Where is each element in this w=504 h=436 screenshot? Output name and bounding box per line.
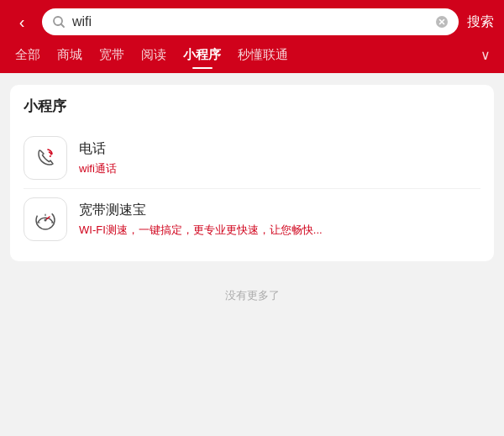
svg-line-1: [61, 24, 65, 28]
tab-all[interactable]: 全部: [7, 44, 49, 66]
search-button[interactable]: 搜索: [467, 13, 494, 31]
item-icon-phone: [24, 136, 67, 180]
item-subtitle-phone: wifi通话: [79, 161, 117, 176]
nav-more-icon[interactable]: ∨: [474, 44, 497, 66]
item-text-phone: 电话 wifi通话: [79, 140, 117, 176]
list-item[interactable]: 宽带测速宝 WI-FI测速，一键搞定，更专业更快速，让您畅快...: [24, 188, 480, 250]
item-title-phone: 电话: [79, 140, 117, 158]
tab-reading[interactable]: 阅读: [133, 44, 175, 66]
back-button[interactable]: ‹: [10, 10, 34, 34]
content-area: 小程序 电话 wifi通话: [0, 73, 504, 322]
section-card: 小程序 电话 wifi通话: [10, 85, 494, 261]
header: ‹ 搜索: [0, 0, 504, 44]
tab-miniprogram[interactable]: 小程序: [175, 44, 229, 66]
section-title: 小程序: [24, 97, 480, 116]
clear-icon[interactable]: [435, 15, 449, 29]
no-more-text: 没有更多了: [10, 273, 494, 310]
nav-tabs: 全部 商城 宽带 阅读 小程序 秒懂联通 ∨: [0, 44, 504, 73]
item-subtitle-speedtest: WI-FI测速，一键搞定，更专业更快速，让您畅快...: [79, 223, 323, 238]
search-bar: [42, 8, 459, 35]
tab-mall[interactable]: 商城: [49, 44, 91, 66]
svg-point-5: [50, 155, 51, 157]
search-input[interactable]: [72, 14, 428, 29]
item-title-speedtest: 宽带测速宝: [79, 202, 323, 219]
tab-broadband[interactable]: 宽带: [91, 44, 133, 66]
item-text-speedtest: 宽带测速宝 WI-FI测速，一键搞定，更专业更快速，让您畅快...: [79, 202, 323, 238]
list-item[interactable]: 电话 wifi通话: [24, 128, 480, 188]
item-icon-speedtest: [24, 197, 67, 241]
search-icon: [52, 15, 66, 29]
tab-understand[interactable]: 秒懂联通: [229, 44, 297, 66]
svg-point-11: [45, 219, 47, 222]
